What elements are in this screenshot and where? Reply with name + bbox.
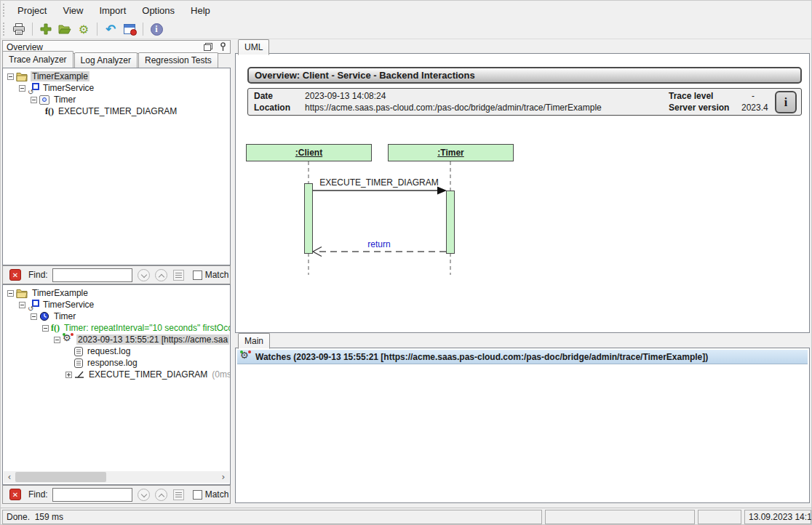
find-input[interactable]	[52, 488, 132, 502]
tree-node-label[interactable]: TimerExample	[31, 288, 89, 298]
trace-instance-tree: TimerExample TimerService Timer f() Time…	[2, 284, 231, 485]
settings-button[interactable]: ⚙	[75, 21, 92, 37]
horizontal-scrollbar[interactable]	[4, 471, 229, 483]
scrollbar-thumb[interactable]	[15, 472, 106, 482]
tree-node-label[interactable]: TimerService	[41, 83, 95, 93]
toolbar-separator	[32, 23, 33, 36]
collapse-toggle-icon[interactable]	[19, 85, 25, 92]
tree-node-label[interactable]: request.log	[86, 346, 132, 356]
collapse-toggle-icon[interactable]	[7, 290, 14, 297]
find-next-button[interactable]	[138, 269, 150, 281]
find-previous-button[interactable]	[155, 269, 167, 281]
activation-bar-timer	[446, 191, 455, 254]
menu-view[interactable]: View	[55, 2, 91, 19]
menubar-grip[interactable]	[3, 4, 7, 17]
find-input[interactable]	[52, 268, 132, 282]
tree-row[interactable]: TimerExample	[4, 71, 230, 82]
tree-row[interactable]: response.log	[4, 357, 230, 369]
tree-row[interactable]: TimerService	[4, 82, 230, 94]
printer-icon	[12, 23, 25, 35]
menu-bar: Project View Import Options Help	[1, 1, 811, 20]
tree-row[interactable]: f() Timer: repeatInterval="10 seconds" f…	[4, 322, 230, 334]
tree-node-label[interactable]: TimerExample	[31, 71, 89, 81]
tree-row[interactable]: Timer	[4, 94, 230, 105]
diagram-meta-box: Date 2023-09-13 14:08:24 Location https:…	[247, 88, 802, 116]
close-trace-button[interactable]	[121, 21, 138, 37]
tab-main[interactable]: Main	[238, 333, 270, 349]
tree-node-label[interactable]: Timer: repeatInterval="10 seconds" first…	[63, 323, 231, 333]
lifeline-client[interactable]: :Client	[246, 144, 372, 161]
status-cell-empty	[545, 510, 695, 524]
tree-row[interactable]: request.log	[4, 345, 230, 357]
menu-help[interactable]: Help	[183, 2, 218, 19]
tree-node-label[interactable]: response.log	[86, 358, 139, 368]
collapse-toggle-icon[interactable]	[31, 313, 37, 320]
tree-row[interactable]: f() EXECUTE_TIMER_DIAGRAM	[4, 105, 230, 117]
status-bar: Done. 159 ms 13.09.2023 14:16	[1, 508, 812, 525]
tree-node-label[interactable]: Timer	[52, 95, 77, 105]
open-button[interactable]	[56, 21, 73, 37]
find-previous-button[interactable]	[155, 489, 167, 501]
service-icon	[28, 300, 39, 310]
tree-row[interactable]: EXECUTE_TIMER_DIAGRAM (0ms)	[4, 369, 230, 380]
menu-options[interactable]: Options	[134, 2, 183, 19]
clock-icon	[39, 311, 49, 321]
log-file-icon	[74, 358, 83, 368]
tree-node-label[interactable]: 2023-09-13 15:55:21 [https://acme.saa	[76, 334, 229, 345]
menu-import[interactable]: Import	[91, 2, 134, 19]
find-bar: Find: Match Case	[2, 265, 231, 284]
find-options-button[interactable]	[173, 270, 184, 281]
expand-toggle-icon[interactable]	[65, 372, 72, 378]
tab-regression-tests[interactable]: Regression Tests	[138, 52, 218, 68]
application-window: Project View Import Options Help	[0, 0, 812, 525]
scroll-right-icon[interactable]	[218, 471, 229, 483]
print-button[interactable]	[10, 21, 28, 37]
open-folder-icon	[58, 24, 71, 34]
tree-row[interactable]: TimerExample	[4, 287, 230, 299]
undo-button[interactable]: ↶	[102, 21, 119, 37]
trace-run-icon	[63, 334, 73, 345]
collapse-toggle-icon[interactable]	[19, 302, 25, 308]
collapse-toggle-icon[interactable]	[7, 73, 14, 80]
match-case-checkbox[interactable]	[193, 270, 202, 280]
find-options-button[interactable]	[173, 489, 184, 500]
gear-icon: ⚙	[79, 23, 89, 36]
scrollbar-track[interactable]	[15, 471, 218, 483]
watches-header[interactable]: Watches (2023-09-13 15:55:21 [https://ac…	[237, 350, 808, 364]
date-label: Date	[254, 91, 273, 101]
close-find-button[interactable]	[9, 489, 21, 500]
toolbar-grip[interactable]	[3, 23, 7, 36]
scroll-left-icon[interactable]	[4, 471, 15, 483]
float-window-icon[interactable]	[204, 43, 212, 51]
diagram-info-button[interactable]: i	[775, 91, 797, 113]
find-next-button[interactable]	[138, 489, 150, 501]
tree-node-label[interactable]: TimerService	[41, 300, 95, 310]
call-message-label[interactable]: EXECUTE_TIMER_DIAGRAM	[319, 177, 438, 188]
close-find-button[interactable]	[9, 269, 21, 281]
collapse-toggle-icon[interactable]	[31, 97, 37, 103]
collapse-toggle-icon[interactable]	[42, 325, 49, 332]
timer-icon	[39, 95, 49, 105]
match-case-label: Match Case	[205, 489, 231, 500]
lifeline-timer[interactable]: :Timer	[388, 144, 514, 161]
collapse-toggle-icon[interactable]	[54, 337, 60, 343]
tree-row[interactable]: TimerService	[4, 299, 230, 310]
tree-node-label[interactable]: EXECUTE_TIMER_DIAGRAM	[87, 369, 209, 380]
tree-node-label[interactable]: Timer	[52, 311, 77, 321]
new-button[interactable]	[37, 21, 55, 37]
return-message-label[interactable]: return	[367, 239, 390, 249]
tab-trace-analyzer[interactable]: Trace Analyzer	[2, 51, 73, 68]
tree-node-label[interactable]: EXECUTE_TIMER_DIAGRAM	[57, 106, 178, 116]
trace-level-value: -	[752, 91, 755, 101]
tree-node-duration: (0ms)	[212, 369, 231, 380]
tab-uml[interactable]: UML	[238, 39, 269, 55]
tab-log-analyzer[interactable]: Log Analyzer	[74, 52, 138, 68]
trace-tree: TimerExample TimerService Timer f() EXEC…	[2, 68, 231, 265]
info-button[interactable]: i	[148, 21, 165, 37]
menu-project[interactable]: Project	[9, 2, 55, 19]
tree-row[interactable]: 2023-09-13 15:55:21 [https://acme.saa	[4, 334, 230, 345]
status-datetime: 13.09.2023 14:16	[744, 510, 811, 524]
match-case-checkbox[interactable]	[193, 490, 202, 500]
pin-icon[interactable]	[220, 42, 226, 52]
tree-row[interactable]: Timer	[4, 310, 230, 322]
